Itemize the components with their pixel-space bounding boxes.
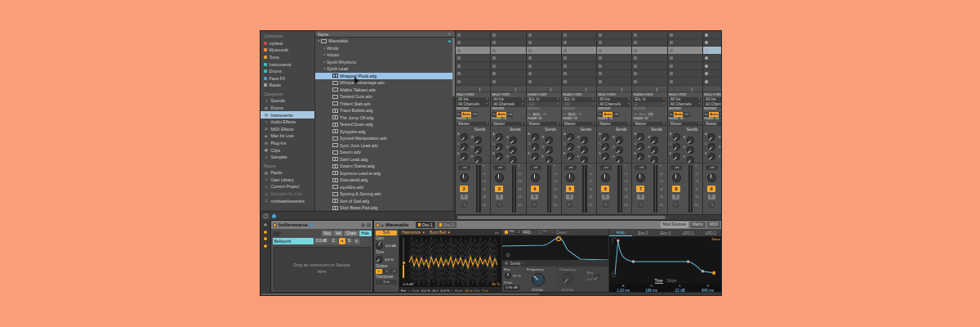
monitor-option-auto[interactable]: Auto xyxy=(639,112,648,117)
clip-stop-icon[interactable] xyxy=(457,34,461,37)
hide-button[interactable]: Hide xyxy=(359,231,372,236)
slope-tab[interactable]: Slope xyxy=(667,279,677,283)
octave-minus1-button[interactable]: -1 xyxy=(383,269,390,274)
clip-stop-icon[interactable] xyxy=(634,41,637,44)
solo-button[interactable]: S xyxy=(496,195,503,199)
sidebar-item-clips[interactable]: ▣Clips xyxy=(261,146,314,154)
clip-record-icon[interactable] xyxy=(705,34,708,37)
clip-stop-icon[interactable] xyxy=(492,56,496,60)
chain-activator-speaker-icon[interactable]: ◂ xyxy=(339,238,345,244)
hot-swap-icon[interactable] xyxy=(310,223,314,227)
track-activator-button[interactable]: 7 xyxy=(636,186,644,192)
solo-button[interactable]: S xyxy=(531,195,538,199)
clip-slot[interactable] xyxy=(491,39,525,47)
vel-zone-button[interactable]: Vel xyxy=(333,231,343,236)
send-knob-e[interactable] xyxy=(567,153,574,160)
file-row[interactable]: squAErs.adv xyxy=(315,184,455,191)
clip-stop-icon[interactable] xyxy=(670,41,673,44)
sidebar-item-samples-for-live[interactable]: □Samples for Live xyxy=(261,190,314,198)
file-row[interactable]: Swarm Starter.adg xyxy=(315,163,455,170)
device-drop-area[interactable]: Drop an Instrument or Sample Here xyxy=(274,247,371,290)
send-knob-e[interactable] xyxy=(637,153,644,160)
clip-stop-icon[interactable] xyxy=(564,49,567,52)
pan-knob[interactable] xyxy=(531,173,540,182)
track-activator-button[interactable]: 3 xyxy=(495,186,503,192)
clip-stop-icon[interactable] xyxy=(634,56,637,60)
clip-stop-icon[interactable] xyxy=(599,49,602,52)
monitor-option-off[interactable]: Off xyxy=(541,112,548,117)
monitor-option-in[interactable]: In xyxy=(492,112,497,117)
send-knob-b[interactable] xyxy=(510,137,517,144)
show-hide-icon[interactable] xyxy=(367,223,371,227)
sidebar-item-max-for-live[interactable]: ≣Max for Live xyxy=(261,132,314,140)
send-knob-c[interactable] xyxy=(567,143,574,150)
key-zone-button[interactable]: Key xyxy=(322,231,332,236)
clip-slot[interactable] xyxy=(562,70,596,78)
clip-slot[interactable] xyxy=(527,31,561,39)
clip-stop-icon[interactable] xyxy=(634,65,637,68)
monitor-option-in[interactable]: In xyxy=(528,112,532,117)
monitor-option-auto[interactable]: Auto xyxy=(497,112,506,117)
monitor-option-auto[interactable]: Auto xyxy=(461,112,471,117)
solo-button[interactable]: S xyxy=(672,195,679,199)
send-knob-d[interactable] xyxy=(651,146,658,154)
clip-record-icon[interactable] xyxy=(705,49,708,52)
clip-slot[interactable] xyxy=(597,62,631,70)
clip-stop-icon[interactable] xyxy=(457,56,461,60)
input-select[interactable]: All Ins▾ xyxy=(669,97,702,102)
prev-next-table-icons[interactable]: ◂ ▸ xyxy=(495,231,499,235)
send-knob-a[interactable] xyxy=(602,133,609,141)
sidebar-item-instruments[interactable]: ◎Instruments xyxy=(261,111,314,119)
arm-button[interactable] xyxy=(603,202,608,208)
pan-knob[interactable] xyxy=(566,173,575,182)
tab-osc-1[interactable]: Osc 1 xyxy=(416,222,435,228)
solo-button[interactable]: S xyxy=(461,195,468,199)
session-horizontal-scrollbar[interactable] xyxy=(456,214,722,220)
volume-display[interactable]: -inf xyxy=(706,165,718,170)
clip-slot[interactable] xyxy=(668,78,702,86)
volume-display[interactable]: -inf xyxy=(670,165,683,170)
clip-stop-icon[interactable] xyxy=(599,41,602,44)
clip-stop-icon[interactable] xyxy=(670,34,673,37)
send-knob-c[interactable] xyxy=(496,143,503,150)
monitor-option-off[interactable]: Off xyxy=(648,112,654,117)
sidebar-item-minibearlivesetsts[interactable]: □minibearlivesetsts xyxy=(261,197,314,204)
file-row[interactable]: ▾Wavetable xyxy=(315,38,455,45)
channel-select[interactable]: All Channels▾ xyxy=(669,102,702,107)
channel-select[interactable]: All Channels▾ xyxy=(704,102,722,107)
clip-slot[interactable] xyxy=(491,31,525,39)
monitor-option-in[interactable]: In xyxy=(563,112,568,117)
monitor-option-auto[interactable]: Auto xyxy=(674,112,684,117)
monitor-option-off[interactable]: Off xyxy=(719,112,722,117)
send-knob-c[interactable] xyxy=(708,143,715,150)
clip-slot[interactable] xyxy=(562,39,596,47)
clip-slot[interactable] xyxy=(703,47,722,55)
input-select[interactable]: Ext. In▾ xyxy=(528,97,560,102)
gain-knob[interactable] xyxy=(376,242,383,249)
monitor-option-auto[interactable]: Auto xyxy=(709,112,719,117)
clip-stop-icon[interactable] xyxy=(564,34,567,37)
send-knob-d[interactable] xyxy=(581,146,588,154)
clip-slot[interactable] xyxy=(632,62,666,70)
sidebar-item-fave-fx[interactable]: Fave FX xyxy=(261,74,314,82)
send-knob-b[interactable] xyxy=(546,137,553,144)
track-activator-button[interactable]: 9 xyxy=(707,186,715,192)
clip-slot[interactable] xyxy=(456,47,490,55)
clip-stop-icon[interactable] xyxy=(670,56,673,60)
chain-hotswap-icon[interactable]: ◎ xyxy=(354,238,360,244)
clip-stop-icon[interactable] xyxy=(528,56,532,60)
clip-slot[interactable] xyxy=(456,70,490,78)
arm-button[interactable] xyxy=(638,202,644,208)
chain-volume[interactable]: 0.0 dB xyxy=(314,238,329,244)
clip-slot[interactable] xyxy=(703,78,722,86)
track-activator-button[interactable]: 6 xyxy=(601,186,609,192)
clip-stop-icon[interactable] xyxy=(670,72,673,75)
input-select[interactable]: Ext. In▾ xyxy=(633,97,666,102)
device-scroll-thumb[interactable] xyxy=(261,293,539,296)
clip-slot[interactable] xyxy=(668,55,702,63)
tab-amp[interactable]: Amp xyxy=(609,231,632,236)
wavetable-table-select[interactable]: Buzz Bell xyxy=(430,231,446,235)
envelope-display[interactable]: None xyxy=(609,236,722,278)
filter1-circuit-select[interactable]: PRD xyxy=(523,231,531,235)
send-knob-a[interactable] xyxy=(496,133,503,141)
